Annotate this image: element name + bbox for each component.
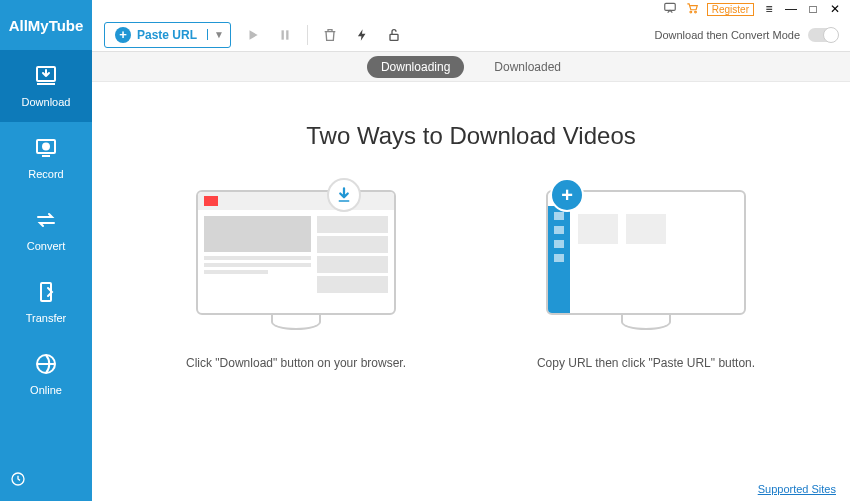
sidebar-item-label: Online: [30, 384, 62, 396]
svg-rect-11: [281, 30, 283, 39]
card-browser-download: Click "Download" button on your browser.: [166, 190, 426, 372]
convert-icon: [34, 208, 58, 234]
close-button[interactable]: ✕: [828, 2, 842, 16]
supported-sites-link[interactable]: Supported Sites: [758, 483, 836, 495]
sidebar-item-label: Download: [22, 96, 71, 108]
maximize-button[interactable]: □: [806, 2, 820, 16]
download-badge-icon: [327, 178, 361, 212]
paste-url-dropdown[interactable]: ▼: [207, 29, 230, 40]
sidebar-item-online[interactable]: Online: [0, 338, 92, 410]
lock-icon[interactable]: [384, 25, 404, 45]
svg-rect-13: [390, 34, 398, 40]
tabs-bar: Downloading Downloaded: [92, 52, 850, 82]
svg-rect-14: [339, 200, 350, 202]
divider: [307, 25, 308, 45]
online-icon: [34, 352, 58, 378]
plus-badge-icon: +: [550, 178, 584, 212]
titlebar: Register ≡ — □ ✕: [92, 0, 850, 18]
record-icon: [34, 136, 58, 162]
paste-url-button-group: + Paste URL ▼: [104, 22, 231, 48]
card-paste-url: + Copy URL then click "Paste URL" button…: [516, 190, 776, 372]
app-logo: AllMyTube: [0, 0, 92, 50]
lightning-icon[interactable]: [352, 25, 372, 45]
pause-icon[interactable]: [275, 25, 295, 45]
sidebar-item-record[interactable]: Record: [0, 122, 92, 194]
sidebar-item-label: Transfer: [26, 312, 67, 324]
sidebar-item-convert[interactable]: Convert: [0, 194, 92, 266]
tab-downloading[interactable]: Downloading: [367, 56, 464, 78]
card-caption: Click "Download" button on your browser.: [186, 354, 406, 372]
svg-point-9: [690, 11, 692, 13]
sidebar-item-label: Convert: [27, 240, 66, 252]
svg-rect-5: [41, 283, 51, 301]
svg-point-10: [694, 11, 696, 13]
toolbar: + Paste URL ▼ Download then C: [92, 18, 850, 52]
paste-url-button[interactable]: + Paste URL: [105, 27, 207, 43]
download-icon: [34, 64, 58, 90]
paste-url-label: Paste URL: [137, 28, 197, 42]
svg-point-3: [43, 144, 49, 150]
feedback-icon[interactable]: [663, 1, 677, 17]
main-area: Register ≡ — □ ✕ + Paste URL ▼: [92, 0, 850, 501]
convert-mode-toggle[interactable]: [808, 28, 838, 42]
sidebar-item-transfer[interactable]: Transfer: [0, 266, 92, 338]
page-heading: Two Ways to Download Videos: [306, 122, 636, 150]
play-icon[interactable]: [243, 25, 263, 45]
cards-row: Click "Download" button on your browser.…: [166, 190, 776, 372]
cart-icon[interactable]: [685, 1, 699, 17]
minimize-button[interactable]: —: [784, 2, 798, 16]
register-button[interactable]: Register: [707, 3, 754, 16]
content-area: Two Ways to Download Videos: [92, 82, 850, 501]
svg-rect-12: [286, 30, 288, 39]
card-caption: Copy URL then click "Paste URL" button.: [537, 354, 755, 372]
sidebar-item-download[interactable]: Download: [0, 50, 92, 122]
tab-downloaded[interactable]: Downloaded: [480, 56, 575, 78]
monitor-illustration: [196, 190, 396, 315]
sidebar: AllMyTube Download Record Convert Transf…: [0, 0, 92, 501]
menu-icon[interactable]: ≡: [762, 2, 776, 16]
trash-icon[interactable]: [320, 25, 340, 45]
svg-rect-8: [665, 3, 676, 10]
convert-mode-label: Download then Convert Mode: [654, 29, 800, 41]
plus-icon: +: [115, 27, 131, 43]
transfer-icon: [34, 280, 58, 306]
sidebar-item-label: Record: [28, 168, 63, 180]
clock-icon[interactable]: [10, 471, 26, 491]
